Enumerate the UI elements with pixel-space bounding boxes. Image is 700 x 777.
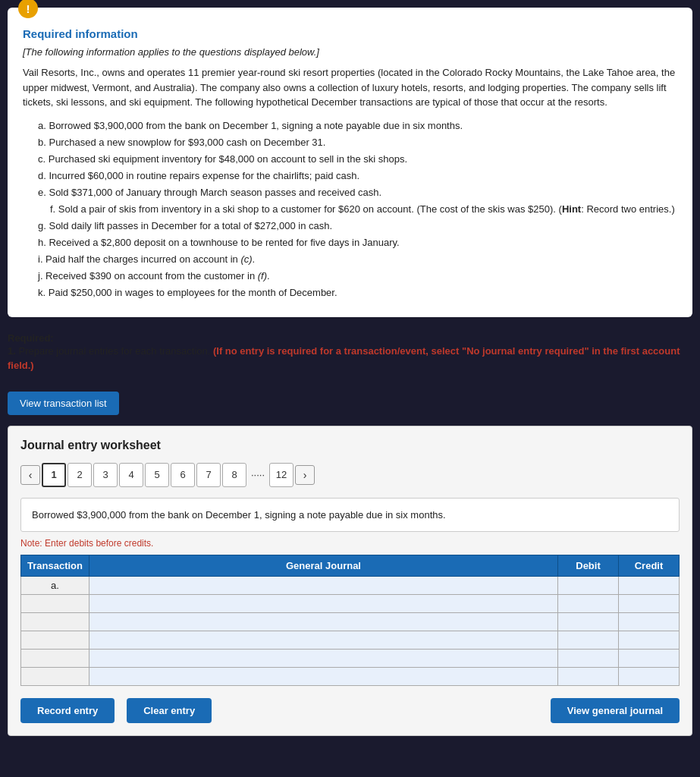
row-credit-input[interactable]: [619, 631, 680, 650]
debit-input-2[interactable]: [558, 595, 618, 612]
table-row: a.: [21, 577, 680, 595]
instruction-text: 1. Prepare journal entries for each tran…: [8, 345, 680, 372]
row-journal-input[interactable]: [89, 668, 558, 686]
item-label: e.: [38, 187, 46, 198]
row-credit-input[interactable]: [619, 668, 680, 686]
col-header-transaction: Transaction: [21, 555, 89, 577]
tab-2[interactable]: 2: [67, 463, 92, 487]
tab-next-button[interactable]: ›: [295, 465, 315, 485]
table-row: [21, 668, 680, 686]
journal-table: Transaction General Journal Debit Credit…: [20, 555, 680, 686]
row-debit-input[interactable]: [558, 595, 619, 613]
description-text: Vail Resorts, Inc., owns and operates 11…: [23, 65, 677, 110]
row-debit-input[interactable]: [558, 613, 619, 631]
row-transaction-label: [21, 595, 89, 613]
italic-note: [The following information applies to th…: [23, 46, 677, 58]
debit-input-5[interactable]: [558, 650, 618, 667]
note-text: Note: Enter debits before credits.: [20, 538, 680, 549]
col-header-debit: Debit: [558, 555, 619, 577]
row-credit-input[interactable]: [619, 595, 680, 613]
journal-input-1[interactable]: [89, 577, 557, 594]
highlight-instruction: (If no entry is required for a transacti…: [8, 345, 680, 372]
transactions-list: a. Borrowed $3,900,000 from the bank on …: [38, 118, 677, 302]
journal-input-2[interactable]: [89, 595, 557, 612]
row-transaction-label: [21, 631, 89, 650]
journal-entry-worksheet: Journal entry worksheet ‹ 1 2 3 4 5 6 7 …: [8, 426, 692, 737]
tab-5[interactable]: 5: [145, 463, 169, 487]
view-general-journal-button[interactable]: View general journal: [551, 698, 680, 723]
tab-4[interactable]: 4: [119, 463, 143, 487]
table-row: [21, 631, 680, 650]
tab-prev-button[interactable]: ‹: [20, 465, 40, 485]
debit-input-3[interactable]: [558, 613, 618, 631]
item-label: a.: [38, 120, 46, 131]
tab-8[interactable]: 8: [222, 463, 246, 487]
item-label: h.: [38, 237, 46, 248]
row-credit-input[interactable]: [619, 650, 680, 668]
clear-entry-button[interactable]: Clear entry: [127, 698, 212, 723]
credit-input-3[interactable]: [619, 613, 679, 631]
col-header-general-journal: General Journal: [89, 555, 558, 577]
row-transaction-label: a.: [21, 577, 89, 595]
credit-input-1[interactable]: [619, 577, 679, 594]
list-item: a. Borrowed $3,900,000 from the bank on …: [38, 118, 677, 134]
tab-6[interactable]: 6: [171, 463, 195, 487]
list-item: d. Incurred $60,000 in routine repairs e…: [38, 168, 677, 184]
item-label: f.: [50, 203, 55, 215]
button-row: Record entry Clear entry View general jo…: [20, 698, 680, 723]
journal-input-4[interactable]: [89, 631, 557, 649]
journal-worksheet-title: Journal entry worksheet: [20, 439, 680, 452]
tab-1[interactable]: 1: [42, 463, 66, 487]
credit-input-5[interactable]: [619, 650, 679, 667]
debit-input-4[interactable]: [558, 631, 618, 649]
row-journal-input[interactable]: [89, 650, 558, 668]
item-label: i.: [38, 253, 43, 265]
list-item: b. Purchased a new snowplow for $93,000 …: [38, 134, 677, 151]
journal-input-5[interactable]: [89, 650, 557, 667]
item-label: j.: [38, 270, 43, 282]
row-transaction-label: [21, 650, 89, 668]
item-label: k.: [38, 287, 46, 298]
row-journal-input[interactable]: [89, 595, 558, 613]
debit-input-6[interactable]: [558, 668, 618, 685]
list-item: i. Paid half the charges incurred on acc…: [38, 251, 677, 268]
tab-7[interactable]: 7: [196, 463, 221, 487]
list-item: g. Sold daily lift passes in December fo…: [38, 218, 677, 234]
tab-3[interactable]: 3: [93, 463, 118, 487]
row-debit-input[interactable]: [558, 631, 619, 650]
required-label: Required:: [8, 332, 54, 344]
row-transaction-label: [21, 613, 89, 631]
tab-row: ‹ 1 2 3 4 5 6 7 8 ····· 12 ›: [20, 463, 680, 487]
item-label: g.: [38, 220, 46, 231]
tab-12[interactable]: 12: [269, 463, 293, 487]
credit-input-2[interactable]: [619, 595, 679, 612]
table-row: [21, 650, 680, 668]
required-info-title: Required information: [23, 27, 677, 40]
row-journal-input[interactable]: [89, 613, 558, 631]
row-journal-input[interactable]: [89, 631, 558, 650]
row-credit-input[interactable]: [619, 613, 680, 631]
record-entry-button[interactable]: Record entry: [20, 698, 115, 723]
list-item: k. Paid $250,000 in wages to employees f…: [38, 285, 677, 301]
item-label: d.: [38, 170, 46, 181]
row-debit-input[interactable]: [558, 650, 619, 668]
alert-icon: !: [18, 0, 38, 18]
list-item: e. Sold $371,000 of January through Marc…: [38, 184, 677, 201]
row-journal-input[interactable]: [89, 577, 558, 595]
row-transaction-label: [21, 668, 89, 686]
tab-ellipsis: ·····: [248, 469, 268, 480]
list-item: f. Sold a pair of skis from inventory in…: [38, 201, 677, 218]
credit-input-6[interactable]: [619, 668, 679, 685]
item-label: c.: [38, 153, 46, 165]
journal-input-3[interactable]: [89, 613, 557, 631]
view-transaction-list-button[interactable]: View transaction list: [8, 392, 119, 415]
required-section: Required: 1. Prepare journal entries for…: [8, 332, 692, 373]
list-item: j. Received $390 on account from the cus…: [38, 268, 677, 285]
col-header-credit: Credit: [619, 555, 680, 577]
journal-input-6[interactable]: [89, 668, 557, 685]
row-debit-input[interactable]: [558, 577, 619, 595]
row-debit-input[interactable]: [558, 668, 619, 686]
debit-input-1[interactable]: [558, 577, 618, 594]
credit-input-4[interactable]: [619, 631, 679, 649]
row-credit-input[interactable]: [619, 577, 680, 595]
